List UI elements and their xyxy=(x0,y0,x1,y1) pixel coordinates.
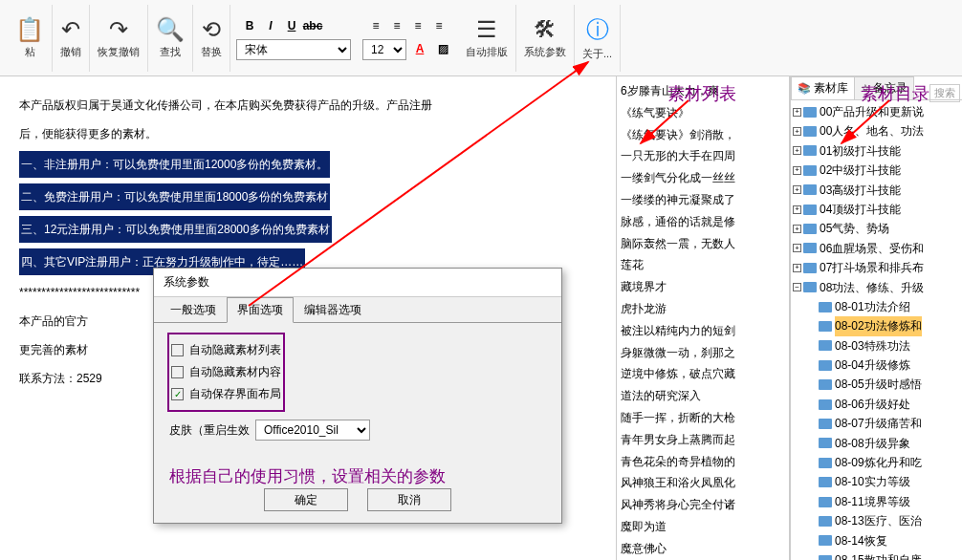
list-item[interactable]: 风神狼王和浴火凤凰化 xyxy=(621,472,785,494)
undo-button[interactable]: ↶ 撤销 xyxy=(53,5,90,72)
font-color-button[interactable]: A xyxy=(410,39,429,58)
sys-params-button[interactable]: 🛠 系统参数 xyxy=(516,5,575,72)
expand-icon[interactable]: + xyxy=(793,185,801,194)
dialog-tab-editor[interactable]: 编辑器选项 xyxy=(294,297,372,323)
tree-item[interactable]: 08-01功法介绍 xyxy=(793,297,960,316)
tab-material-lib[interactable]: 📚 素材库 xyxy=(791,76,855,99)
tree-item[interactable]: −08功法、修练、升级 xyxy=(793,278,960,297)
font-select[interactable]: 宋体 xyxy=(236,39,351,60)
tree-item[interactable]: +00人名、地名、功法 xyxy=(793,121,960,140)
about-button[interactable]: ⓘ 关于... xyxy=(575,5,621,72)
list-item[interactable]: 逆境中修炼，破点穴藏 xyxy=(621,363,785,385)
list-item[interactable]: 一缕剑气分化成一丝丝 xyxy=(621,167,785,189)
italic-button[interactable]: I xyxy=(261,16,280,35)
dialog-tab-ui[interactable]: 界面选项 xyxy=(227,297,294,323)
list-item[interactable]: 脑际轰然一震，无数人 xyxy=(621,233,785,255)
expand-icon[interactable]: + xyxy=(793,244,801,252)
paste-group[interactable]: 📋 粘 xyxy=(8,5,53,72)
list-item[interactable]: 藏境界才 xyxy=(621,276,785,298)
list-item[interactable]: 《练气要诀》剑消散， xyxy=(621,124,785,146)
undo-label: 撤销 xyxy=(60,45,81,59)
ok-button[interactable]: 确定 xyxy=(264,488,348,511)
folder-icon xyxy=(803,107,817,118)
strike-button[interactable]: abc xyxy=(303,16,322,35)
expand-icon[interactable]: − xyxy=(793,283,801,291)
annotation-material-list: 素材列表 xyxy=(667,82,736,105)
tree-item[interactable]: +07打斗场景和排兵布 xyxy=(793,258,960,277)
find-button[interactable]: 🔍 查找 xyxy=(148,5,193,72)
tree-item[interactable]: +06血腥场景、受伤和 xyxy=(793,239,960,258)
list-item[interactable]: 道法的研究深入 xyxy=(621,385,785,407)
list-item[interactable]: 莲花 xyxy=(621,254,785,276)
tree-item[interactable]: 08-03特殊功法 xyxy=(793,336,960,355)
list-item[interactable]: 虎扑龙游 xyxy=(621,298,785,320)
skin-select[interactable]: Office2010_Sil xyxy=(255,420,370,441)
highlight-button[interactable]: ▨ xyxy=(433,39,452,58)
tree[interactable]: +00产品升级和更新说+00人名、地名、功法+01初级打斗技能+02中级打斗技能… xyxy=(791,100,962,560)
folder-icon xyxy=(803,126,817,137)
cancel-button[interactable]: 取消 xyxy=(367,488,451,511)
tree-item[interactable]: 08-07升级痛苦和 xyxy=(793,414,960,433)
auto-layout-button[interactable]: ☰ 自动排版 xyxy=(458,5,516,72)
checkbox-label: 自动隐藏素材列表 xyxy=(189,342,281,358)
replace-button[interactable]: ⟲ 替换 xyxy=(193,5,230,72)
tree-label: 08-08升级异象 xyxy=(835,434,910,453)
tree-item[interactable]: 08-04升级修炼 xyxy=(793,355,960,375)
auto-layout-label: 自动排版 xyxy=(466,45,508,59)
list-item[interactable]: 《练气要诀》 xyxy=(621,102,785,124)
sys-params-label: 系统参数 xyxy=(524,45,566,59)
expand-icon[interactable]: + xyxy=(793,225,801,233)
tree-item[interactable]: 08-14恢复 xyxy=(793,531,960,550)
about-label: 关于... xyxy=(582,47,612,61)
checkbox[interactable] xyxy=(171,344,184,356)
tree-item[interactable]: +05气势、势场 xyxy=(793,219,960,238)
list-item[interactable]: 魔即为道 xyxy=(621,516,785,538)
dialog-tabs: 一般选项 界面选项 编辑器选项 xyxy=(154,297,561,323)
tree-item[interactable]: 08-11境界等级 xyxy=(793,492,960,511)
checkbox[interactable] xyxy=(171,366,184,378)
underline-button[interactable]: U xyxy=(282,16,301,35)
expand-icon[interactable]: + xyxy=(793,166,801,175)
tree-item[interactable]: 08-15散功和自废 xyxy=(793,550,960,560)
tree-item[interactable]: +03高级打斗技能 xyxy=(793,181,960,200)
list-item[interactable]: 青年男女身上蒸腾而起 xyxy=(621,429,785,451)
tree-item[interactable]: 08-09炼化丹和吃 xyxy=(793,453,960,472)
tree-item[interactable]: +04顶级打斗技能 xyxy=(793,200,960,219)
list-item[interactable]: 身躯微微一动，刹那之 xyxy=(621,342,785,364)
tree-item[interactable]: +00产品升级和更新说 xyxy=(793,102,960,121)
list-item[interactable]: 风神秀将身心完全付诸 xyxy=(621,494,785,516)
align-right-icon[interactable]: ≡ xyxy=(408,16,427,35)
folder-icon xyxy=(803,145,817,156)
align-center-icon[interactable]: ≡ xyxy=(387,16,406,35)
expand-icon[interactable]: + xyxy=(793,146,801,155)
tree-item[interactable]: 08-02功法修炼和 xyxy=(793,316,960,335)
list-item[interactable]: 被注以精纯内力的短剑 xyxy=(621,320,785,342)
list-item[interactable]: 脉感，通俗的话就是修 xyxy=(621,211,785,233)
tree-item[interactable]: +01初级打斗技能 xyxy=(793,141,960,161)
tree-item[interactable]: 08-05升级时感悟 xyxy=(793,375,960,394)
tree-item[interactable]: 08-08升级异象 xyxy=(793,434,960,453)
size-select[interactable]: 12 xyxy=(362,39,406,60)
list-item[interactable]: 魔意佛心 xyxy=(621,538,785,560)
align-justify-icon[interactable]: ≡ xyxy=(429,16,448,35)
tree-item[interactable]: 08-13医疗、医治 xyxy=(793,511,960,530)
expand-icon[interactable]: + xyxy=(793,205,801,214)
tree-item[interactable]: 08-06升级好处 xyxy=(793,395,960,414)
redo-button[interactable]: ↷ 恢复撤销 xyxy=(90,5,148,72)
expand-icon[interactable]: + xyxy=(793,108,801,117)
tree-item[interactable]: 08-10实力等级 xyxy=(793,472,960,491)
expand-icon[interactable]: + xyxy=(793,127,801,136)
system-params-dialog: 系统参数 一般选项 界面选项 编辑器选项 自动隐藏素材列表 自动隐藏素材内容 ✓… xyxy=(153,268,562,524)
search-input[interactable]: 搜索 xyxy=(929,84,960,102)
align-left-icon[interactable]: ≡ xyxy=(366,16,385,35)
list-item[interactable]: 青色花朵的奇异植物的 xyxy=(621,451,785,473)
list-item[interactable]: 随手一挥，折断的大枪 xyxy=(621,407,785,429)
list-item[interactable]: 一缕缕的神元凝聚成了 xyxy=(621,189,785,211)
expand-icon[interactable]: + xyxy=(793,264,801,272)
list-item[interactable]: 一只无形的大手在四周 xyxy=(621,145,785,167)
tree-item[interactable]: +02中级打斗技能 xyxy=(793,161,960,180)
bold-button[interactable]: B xyxy=(240,16,259,35)
dialog-tab-general[interactable]: 一般选项 xyxy=(160,297,227,323)
checkbox[interactable]: ✓ xyxy=(171,388,184,400)
toolbar: 📋 粘 ↶ 撤销 ↷ 恢复撤销 🔍 查找 ⟲ 替换 B I U abc 宋体 ≡… xyxy=(0,0,962,76)
